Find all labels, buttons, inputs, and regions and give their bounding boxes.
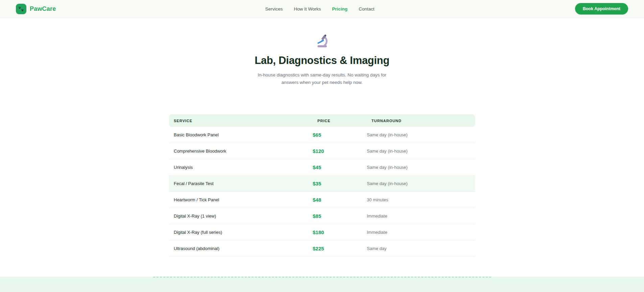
service-name: Ultrasound (abdominal) <box>169 246 313 251</box>
footer-dashed-divider <box>153 277 491 292</box>
service-price: $35 <box>313 181 367 186</box>
site-header: PawCare Services How It Works Pricing Co… <box>0 0 644 18</box>
service-price: $120 <box>313 148 367 154</box>
table-row: Digital X-Ray (full series) $180 Immedia… <box>169 224 475 241</box>
service-name: Urinalysis <box>169 165 313 170</box>
service-turnaround: Same day (in-house) <box>367 149 475 154</box>
table-row: Fecal / Parasite Test $35 Same day (in-h… <box>169 176 475 192</box>
nav-item-services[interactable]: Services <box>265 6 283 12</box>
nav-item-contact[interactable]: Contact <box>359 6 375 12</box>
service-name: Basic Bloodwork Panel <box>169 132 313 137</box>
service-turnaround: Same day (in-house) <box>367 132 475 137</box>
service-price: $48 <box>313 197 367 203</box>
page-title: Lab, Diagnostics & Imaging <box>0 54 644 67</box>
site-footer <box>0 277 644 292</box>
service-price: $85 <box>313 213 367 219</box>
brand-name: PawCare <box>30 5 56 13</box>
service-price: $225 <box>313 246 367 251</box>
service-price: $65 <box>313 132 367 138</box>
service-name: Digital X-Ray (1 view) <box>169 214 313 219</box>
service-turnaround: 30 minutes <box>367 197 475 202</box>
service-price: $45 <box>313 164 367 170</box>
brand-logo[interactable]: PawCare <box>16 4 56 14</box>
page-subtitle: In-house diagnostics with same-day resul… <box>249 71 395 86</box>
main-nav: Services How It Works Pricing Contact <box>265 0 374 18</box>
service-turnaround: Immediate <box>367 230 475 235</box>
service-price: $180 <box>313 229 367 235</box>
service-name: Digital X-Ray (full series) <box>169 230 313 235</box>
table-row: Digital X-Ray (1 view) $85 Immediate <box>169 208 475 224</box>
table-row: Comprehensive Bloodwork $120 Same day (i… <box>169 143 475 159</box>
table-row: Basic Bloodwork Panel $65 Same day (in-h… <box>169 127 475 143</box>
pricing-table: SERVICE PRICE TURNAROUND Basic Bloodwork… <box>169 114 475 257</box>
service-turnaround: Same day <box>367 246 475 251</box>
table-row: Urinalysis $45 Same day (in-house) <box>169 159 475 176</box>
book-appointment-button[interactable]: Book Appointment <box>575 3 628 15</box>
service-turnaround: Same day (in-house) <box>367 165 475 170</box>
service-name: Fecal / Parasite Test <box>169 181 313 186</box>
column-header-price: PRICE <box>313 119 367 123</box>
nav-item-how-it-works[interactable]: How It Works <box>294 6 321 12</box>
service-turnaround: Same day (in-house) <box>367 181 475 186</box>
column-header-service: SERVICE <box>169 119 313 123</box>
table-row: Heartworm / Tick Panel $48 30 minutes <box>169 192 475 208</box>
paw-icon <box>16 4 26 14</box>
microscope-icon <box>315 33 330 48</box>
hero-section: Lab, Diagnostics & Imaging In-house diag… <box>0 18 644 86</box>
service-name: Comprehensive Bloodwork <box>169 149 313 154</box>
column-header-turnaround: TURNAROUND <box>367 119 475 123</box>
nav-item-pricing[interactable]: Pricing <box>332 6 348 12</box>
service-turnaround: Immediate <box>367 214 475 219</box>
table-row: Ultrasound (abdominal) $225 Same day <box>169 241 475 257</box>
table-header-row: SERVICE PRICE TURNAROUND <box>169 114 475 127</box>
service-name: Heartworm / Tick Panel <box>169 197 313 202</box>
